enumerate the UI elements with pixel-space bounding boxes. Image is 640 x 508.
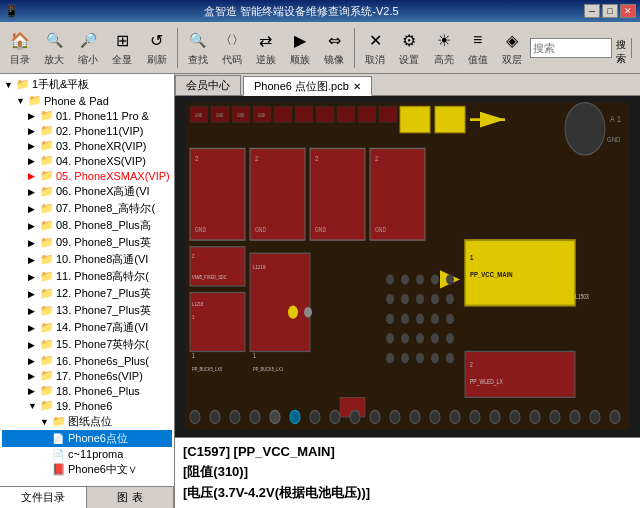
item01-expand[interactable]: ▶	[28, 111, 40, 121]
item05-expand[interactable]: ▶	[28, 171, 40, 181]
tree-item-12[interactable]: ▶ 📁 12. Phone7_Plus英	[2, 285, 172, 302]
svg-point-74	[446, 333, 454, 343]
item02-expand[interactable]: ▶	[28, 126, 40, 136]
item06-expand[interactable]: ▶	[28, 187, 40, 197]
item03-expand[interactable]: ▶	[28, 141, 40, 151]
pcb-area[interactable]: GND GND GND GND 2 2 2 2 GND GND GND GND	[175, 96, 640, 437]
tree-item-14[interactable]: ▶ 📁 14. Phone7高通(VI	[2, 319, 172, 336]
tree-item-15[interactable]: ▶ 📁 15. Phone7英特尔(	[2, 336, 172, 353]
item12-expand[interactable]: ▶	[28, 289, 40, 299]
toolbar-fit[interactable]: ⊞ 全显	[106, 25, 138, 70]
svg-point-57	[416, 274, 424, 284]
tree-phone-pad[interactable]: ▼ 📁 Phone & Pad	[2, 93, 172, 108]
tree-item-c11proma[interactable]: 📄 c~11proma	[2, 447, 172, 461]
phone-pad-expand-icon[interactable]: ▼	[16, 96, 28, 106]
voltage-label: [电压(3.7V-4.2V(根据电池电压))]	[183, 485, 370, 500]
item19-expand[interactable]: ▼	[28, 401, 40, 411]
settings-icon: ⚙	[397, 28, 421, 52]
svg-point-102	[610, 410, 620, 423]
reverse-icon: ⇄	[254, 28, 278, 52]
item09-expand[interactable]: ▶	[28, 238, 40, 248]
sidebar-tab-file-dir[interactable]: 文件目录	[0, 487, 87, 508]
svg-text:GND: GND	[195, 227, 206, 234]
item10-expand[interactable]: ▶	[28, 255, 40, 265]
svg-rect-11	[379, 106, 397, 122]
item17-icon: 📁	[40, 369, 54, 382]
tree-item-08[interactable]: ▶ 📁 08. Phone8_Plus高	[2, 217, 172, 234]
tree-item-01[interactable]: ▶ 📁 01. Phone11 Pro &	[2, 108, 172, 123]
item17-expand[interactable]: ▶	[28, 371, 40, 381]
item10-icon: 📁	[40, 253, 54, 266]
tree-item-19[interactable]: ▼ 📁 19. Phone6	[2, 398, 172, 413]
item14-expand[interactable]: ▶	[28, 323, 40, 333]
tab-member[interactable]: 会员中心	[175, 75, 241, 95]
tree-item-04[interactable]: ▶ 📁 04. PhoneXS(VIP)	[2, 153, 172, 168]
sidebar-tab-table[interactable]: 图 表	[87, 487, 174, 508]
toolbar-value[interactable]: ≡ 值值	[462, 25, 494, 70]
toolbar-sequence[interactable]: ▶ 顺族	[284, 25, 316, 70]
toolbar-home[interactable]: 🏠 目录	[4, 25, 36, 70]
sidebar: ▼ 📁 1手机&平板 ▼ 📁 Phone & Pad ▶ 📁 01. Phone…	[0, 74, 175, 508]
tree-item-11[interactable]: ▶ 📁 11. Phone8高特尔(	[2, 268, 172, 285]
tree-item-19-sub1[interactable]: ▼ 📁 图纸点位	[2, 413, 172, 430]
toolbar-refresh[interactable]: ↺ 刷新	[141, 25, 173, 70]
toolbar-mirror[interactable]: ⇔ 镜像	[318, 25, 350, 70]
item05-label: 05. PhoneXSMAX(VIP)	[56, 170, 170, 182]
tree-item-05[interactable]: ▶ 📁 05. PhoneXSMAX(VIP)	[2, 168, 172, 183]
tree-root[interactable]: ▼ 📁 1手机&平板	[2, 76, 172, 93]
tree-item-18[interactable]: ▶ 📁 18. Phone6_Plus	[2, 383, 172, 398]
item07-expand[interactable]: ▶	[28, 204, 40, 214]
tree-item-06[interactable]: ▶ 📁 06. PhoneX高通(VI	[2, 183, 172, 200]
home-label: 目录	[10, 53, 30, 67]
item12-icon: 📁	[40, 287, 54, 300]
search-button[interactable]: 搜索	[611, 38, 631, 58]
tree-item-03[interactable]: ▶ 📁 03. PhoneXR(VIP)	[2, 138, 172, 153]
toolbar-highlight[interactable]: ☀ 高亮	[428, 25, 460, 70]
item15-expand[interactable]: ▶	[28, 340, 40, 350]
toolbar-code[interactable]: 〈〉 代码	[216, 25, 248, 70]
item13-expand[interactable]: ▶	[28, 306, 40, 316]
tree-item-02[interactable]: ▶ 📁 02. Phone11(VIP)	[2, 123, 172, 138]
item11-expand[interactable]: ▶	[28, 272, 40, 282]
tab-pcb[interactable]: Phone6 点位图.pcb ✕	[243, 76, 372, 96]
item18-icon: 📁	[40, 384, 54, 397]
svg-point-85	[270, 410, 280, 423]
svg-point-97	[510, 410, 520, 423]
item16-expand[interactable]: ▶	[28, 356, 40, 366]
toolbar-settings[interactable]: ⚙ 设置	[393, 25, 425, 70]
tree-item-phone6-cn[interactable]: 📕 Phone6中文∨	[2, 461, 172, 478]
item04-expand[interactable]: ▶	[28, 156, 40, 166]
tree-item-17[interactable]: ▶ 📁 17. Phone6s(VIP)	[2, 368, 172, 383]
item08-expand[interactable]: ▶	[28, 221, 40, 231]
tree-item-13[interactable]: ▶ 📁 13. Phone7_Plus英	[2, 302, 172, 319]
toolbar-reverse[interactable]: ⇄ 逆族	[250, 25, 282, 70]
item19-sub1-expand[interactable]: ▼	[40, 417, 52, 427]
svg-text:VN95_FIXED_SDC: VN95_FIXED_SDC	[192, 275, 227, 281]
maximize-button[interactable]: □	[602, 4, 618, 18]
highlight-label: 高亮	[434, 53, 454, 67]
refresh-label: 刷新	[147, 53, 167, 67]
svg-point-101	[590, 410, 600, 423]
tree-item-09[interactable]: ▶ 📁 09. Phone8_Plus英	[2, 234, 172, 251]
item15-icon: 📁	[40, 338, 54, 351]
toolbar-zoom-out[interactable]: 🔎 缩小	[72, 25, 104, 70]
toolbar-find[interactable]: 🔍 查找	[182, 25, 214, 70]
tree-item-16[interactable]: ▶ 📁 16. Phone6s_Plus(	[2, 353, 172, 368]
tab-close-button[interactable]: ✕	[353, 81, 361, 92]
item18-expand[interactable]: ▶	[28, 386, 40, 396]
svg-point-83	[230, 410, 240, 423]
tree-item-phone6-spot[interactable]: 📄 Phone6点位	[2, 430, 172, 447]
search-input[interactable]	[531, 42, 611, 54]
zoom-in-label: 放大	[44, 53, 64, 67]
code-icon: 〈〉	[220, 28, 244, 52]
tree-item-10[interactable]: ▶ 📁 10. Phone8高通(VI	[2, 251, 172, 268]
toolbar-zoom-in[interactable]: 🔍 放大	[38, 25, 70, 70]
close-button[interactable]: ✕	[620, 4, 636, 18]
toolbar-double[interactable]: ◈ 双层	[496, 25, 528, 70]
toolbar-cancel[interactable]: ✕ 取消	[359, 25, 391, 70]
root-expand-icon[interactable]: ▼	[4, 80, 16, 90]
tree-item-07[interactable]: ▶ 📁 07. Phone8_高特尔(	[2, 200, 172, 217]
cancel-label: 取消	[365, 53, 385, 67]
svg-point-90	[370, 410, 380, 423]
minimize-button[interactable]: ─	[584, 4, 600, 18]
